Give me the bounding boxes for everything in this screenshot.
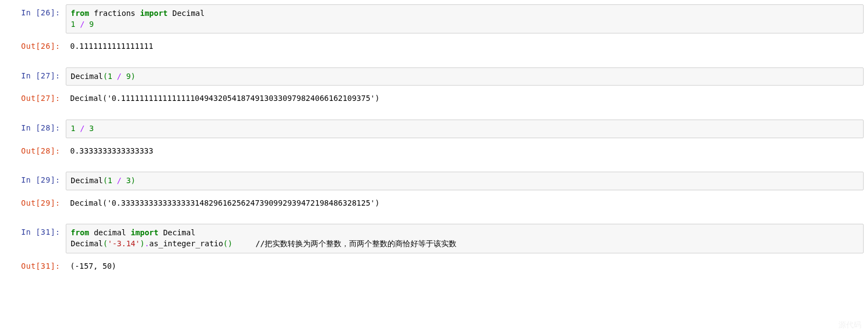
cell-spacer <box>4 214 864 222</box>
in-prompt: In [26]: <box>4 4 66 22</box>
output-text: 0.3333333333333333 <box>66 143 864 160</box>
input-cell: In [26]: from fractions import Decimal 1… <box>4 2 864 36</box>
code-input[interactable]: 1 / 3 <box>66 120 864 138</box>
input-cell: In [29]: Decimal(1 / 3) <box>4 169 864 193</box>
output-cell: Out[26]: 0.1111111111111111 <box>4 36 864 58</box>
notebook: In [26]: from fractions import Decimal 1… <box>0 0 868 281</box>
output-cell: Out[29]: Decimal('0.33333333333333331482… <box>4 193 864 214</box>
output-cell: Out[31]: (-157, 50) <box>4 256 864 278</box>
cell-spacer <box>4 162 864 169</box>
out-prompt: Out[27]: <box>4 90 66 107</box>
output-text: Decimal('0.33333333333333331482961625624… <box>66 195 864 212</box>
in-prompt: In [31]: <box>4 224 66 241</box>
code-input[interactable]: from fractions import Decimal 1 / 9 <box>66 4 864 33</box>
output-cell: Out[27]: Decimal('0.11111111111111110494… <box>4 88 864 110</box>
output-text: (-157, 50) <box>66 258 864 275</box>
out-prompt: Out[28]: <box>4 143 66 160</box>
in-prompt: In [29]: <box>4 172 66 189</box>
input-cell: In [31]: from decimal import Decimal Dec… <box>4 222 864 255</box>
code-input[interactable]: from decimal import Decimal Decimal('-3.… <box>66 224 864 253</box>
output-text: 0.1111111111111111 <box>66 38 864 55</box>
out-prompt: Out[31]: <box>4 258 66 275</box>
input-cell: In [27]: Decimal(1 / 9) <box>4 65 864 88</box>
input-cell: In [28]: 1 / 3 <box>4 117 864 140</box>
in-prompt: In [27]: <box>4 67 66 85</box>
cell-spacer <box>4 58 864 65</box>
out-prompt: Out[29]: <box>4 195 66 212</box>
code-input[interactable]: Decimal(1 / 3) <box>66 172 864 190</box>
in-prompt: In [28]: <box>4 120 66 137</box>
output-text: Decimal('0.11111111111111110494320541874… <box>66 90 864 107</box>
cell-spacer <box>4 110 864 117</box>
code-input[interactable]: Decimal(1 / 9) <box>66 67 864 86</box>
output-cell: Out[28]: 0.3333333333333333 <box>4 140 864 162</box>
out-prompt: Out[26]: <box>4 38 66 55</box>
